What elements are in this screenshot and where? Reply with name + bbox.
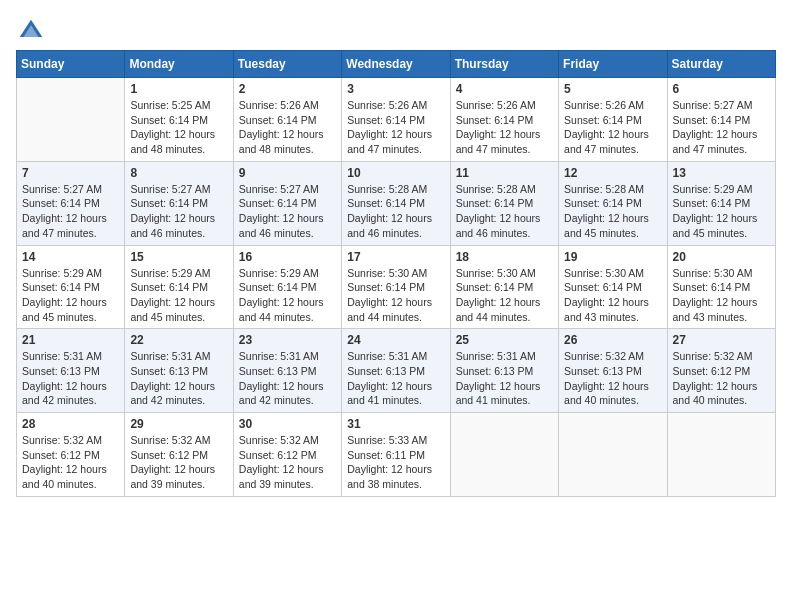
day-detail: Sunrise: 5:30 AM Sunset: 6:14 PM Dayligh… xyxy=(564,266,661,325)
day-cell: 6Sunrise: 5:27 AM Sunset: 6:14 PM Daylig… xyxy=(667,78,775,162)
day-cell xyxy=(17,78,125,162)
day-cell: 15Sunrise: 5:29 AM Sunset: 6:14 PM Dayli… xyxy=(125,245,233,329)
day-number: 1 xyxy=(130,82,227,96)
day-cell: 2Sunrise: 5:26 AM Sunset: 6:14 PM Daylig… xyxy=(233,78,341,162)
day-number: 2 xyxy=(239,82,336,96)
day-detail: Sunrise: 5:33 AM Sunset: 6:11 PM Dayligh… xyxy=(347,433,444,492)
day-cell xyxy=(667,413,775,497)
day-cell: 26Sunrise: 5:32 AM Sunset: 6:13 PM Dayli… xyxy=(559,329,667,413)
day-detail: Sunrise: 5:31 AM Sunset: 6:13 PM Dayligh… xyxy=(347,349,444,408)
day-cell: 11Sunrise: 5:28 AM Sunset: 6:14 PM Dayli… xyxy=(450,161,558,245)
day-cell: 16Sunrise: 5:29 AM Sunset: 6:14 PM Dayli… xyxy=(233,245,341,329)
day-detail: Sunrise: 5:25 AM Sunset: 6:14 PM Dayligh… xyxy=(130,98,227,157)
header-cell-saturday: Saturday xyxy=(667,51,775,78)
day-number: 20 xyxy=(673,250,770,264)
week-row-1: 7Sunrise: 5:27 AM Sunset: 6:14 PM Daylig… xyxy=(17,161,776,245)
day-number: 27 xyxy=(673,333,770,347)
day-number: 19 xyxy=(564,250,661,264)
day-cell: 21Sunrise: 5:31 AM Sunset: 6:13 PM Dayli… xyxy=(17,329,125,413)
day-cell: 3Sunrise: 5:26 AM Sunset: 6:14 PM Daylig… xyxy=(342,78,450,162)
day-detail: Sunrise: 5:26 AM Sunset: 6:14 PM Dayligh… xyxy=(347,98,444,157)
day-number: 15 xyxy=(130,250,227,264)
day-detail: Sunrise: 5:31 AM Sunset: 6:13 PM Dayligh… xyxy=(130,349,227,408)
day-cell xyxy=(559,413,667,497)
day-cell: 10Sunrise: 5:28 AM Sunset: 6:14 PM Dayli… xyxy=(342,161,450,245)
day-detail: Sunrise: 5:27 AM Sunset: 6:14 PM Dayligh… xyxy=(22,182,119,241)
week-row-2: 14Sunrise: 5:29 AM Sunset: 6:14 PM Dayli… xyxy=(17,245,776,329)
day-number: 8 xyxy=(130,166,227,180)
calendar-table: SundayMondayTuesdayWednesdayThursdayFrid… xyxy=(16,50,776,497)
day-number: 9 xyxy=(239,166,336,180)
calendar-header: SundayMondayTuesdayWednesdayThursdayFrid… xyxy=(17,51,776,78)
day-number: 11 xyxy=(456,166,553,180)
day-number: 21 xyxy=(22,333,119,347)
day-number: 26 xyxy=(564,333,661,347)
day-number: 6 xyxy=(673,82,770,96)
calendar-body: 1Sunrise: 5:25 AM Sunset: 6:14 PM Daylig… xyxy=(17,78,776,497)
day-number: 7 xyxy=(22,166,119,180)
week-row-0: 1Sunrise: 5:25 AM Sunset: 6:14 PM Daylig… xyxy=(17,78,776,162)
day-detail: Sunrise: 5:27 AM Sunset: 6:14 PM Dayligh… xyxy=(239,182,336,241)
day-number: 31 xyxy=(347,417,444,431)
day-detail: Sunrise: 5:32 AM Sunset: 6:13 PM Dayligh… xyxy=(564,349,661,408)
day-detail: Sunrise: 5:27 AM Sunset: 6:14 PM Dayligh… xyxy=(673,98,770,157)
day-number: 14 xyxy=(22,250,119,264)
logo-icon xyxy=(16,16,46,46)
day-number: 18 xyxy=(456,250,553,264)
day-cell: 14Sunrise: 5:29 AM Sunset: 6:14 PM Dayli… xyxy=(17,245,125,329)
day-cell: 4Sunrise: 5:26 AM Sunset: 6:14 PM Daylig… xyxy=(450,78,558,162)
day-detail: Sunrise: 5:30 AM Sunset: 6:14 PM Dayligh… xyxy=(347,266,444,325)
day-cell: 25Sunrise: 5:31 AM Sunset: 6:13 PM Dayli… xyxy=(450,329,558,413)
day-cell: 22Sunrise: 5:31 AM Sunset: 6:13 PM Dayli… xyxy=(125,329,233,413)
day-detail: Sunrise: 5:30 AM Sunset: 6:14 PM Dayligh… xyxy=(456,266,553,325)
day-detail: Sunrise: 5:26 AM Sunset: 6:14 PM Dayligh… xyxy=(564,98,661,157)
day-cell: 13Sunrise: 5:29 AM Sunset: 6:14 PM Dayli… xyxy=(667,161,775,245)
day-detail: Sunrise: 5:28 AM Sunset: 6:14 PM Dayligh… xyxy=(347,182,444,241)
day-number: 17 xyxy=(347,250,444,264)
header-cell-monday: Monday xyxy=(125,51,233,78)
day-detail: Sunrise: 5:29 AM Sunset: 6:14 PM Dayligh… xyxy=(673,182,770,241)
day-cell xyxy=(450,413,558,497)
day-number: 23 xyxy=(239,333,336,347)
day-detail: Sunrise: 5:28 AM Sunset: 6:14 PM Dayligh… xyxy=(564,182,661,241)
day-number: 16 xyxy=(239,250,336,264)
day-cell: 8Sunrise: 5:27 AM Sunset: 6:14 PM Daylig… xyxy=(125,161,233,245)
day-number: 13 xyxy=(673,166,770,180)
day-detail: Sunrise: 5:29 AM Sunset: 6:14 PM Dayligh… xyxy=(239,266,336,325)
day-number: 5 xyxy=(564,82,661,96)
header-cell-thursday: Thursday xyxy=(450,51,558,78)
header-cell-wednesday: Wednesday xyxy=(342,51,450,78)
day-cell: 9Sunrise: 5:27 AM Sunset: 6:14 PM Daylig… xyxy=(233,161,341,245)
day-cell: 20Sunrise: 5:30 AM Sunset: 6:14 PM Dayli… xyxy=(667,245,775,329)
header-cell-friday: Friday xyxy=(559,51,667,78)
day-cell: 18Sunrise: 5:30 AM Sunset: 6:14 PM Dayli… xyxy=(450,245,558,329)
day-detail: Sunrise: 5:31 AM Sunset: 6:13 PM Dayligh… xyxy=(22,349,119,408)
header xyxy=(16,16,776,46)
header-cell-tuesday: Tuesday xyxy=(233,51,341,78)
day-detail: Sunrise: 5:28 AM Sunset: 6:14 PM Dayligh… xyxy=(456,182,553,241)
day-cell: 17Sunrise: 5:30 AM Sunset: 6:14 PM Dayli… xyxy=(342,245,450,329)
day-detail: Sunrise: 5:32 AM Sunset: 6:12 PM Dayligh… xyxy=(130,433,227,492)
day-detail: Sunrise: 5:32 AM Sunset: 6:12 PM Dayligh… xyxy=(22,433,119,492)
day-cell: 23Sunrise: 5:31 AM Sunset: 6:13 PM Dayli… xyxy=(233,329,341,413)
day-detail: Sunrise: 5:32 AM Sunset: 6:12 PM Dayligh… xyxy=(673,349,770,408)
day-number: 10 xyxy=(347,166,444,180)
week-row-4: 28Sunrise: 5:32 AM Sunset: 6:12 PM Dayli… xyxy=(17,413,776,497)
day-number: 12 xyxy=(564,166,661,180)
day-detail: Sunrise: 5:26 AM Sunset: 6:14 PM Dayligh… xyxy=(239,98,336,157)
day-cell: 24Sunrise: 5:31 AM Sunset: 6:13 PM Dayli… xyxy=(342,329,450,413)
day-number: 22 xyxy=(130,333,227,347)
day-number: 25 xyxy=(456,333,553,347)
day-cell: 30Sunrise: 5:32 AM Sunset: 6:12 PM Dayli… xyxy=(233,413,341,497)
day-cell: 27Sunrise: 5:32 AM Sunset: 6:12 PM Dayli… xyxy=(667,329,775,413)
day-cell: 19Sunrise: 5:30 AM Sunset: 6:14 PM Dayli… xyxy=(559,245,667,329)
day-number: 4 xyxy=(456,82,553,96)
day-detail: Sunrise: 5:27 AM Sunset: 6:14 PM Dayligh… xyxy=(130,182,227,241)
logo xyxy=(16,16,50,46)
day-cell: 7Sunrise: 5:27 AM Sunset: 6:14 PM Daylig… xyxy=(17,161,125,245)
day-number: 3 xyxy=(347,82,444,96)
day-number: 29 xyxy=(130,417,227,431)
day-cell: 29Sunrise: 5:32 AM Sunset: 6:12 PM Dayli… xyxy=(125,413,233,497)
day-detail: Sunrise: 5:30 AM Sunset: 6:14 PM Dayligh… xyxy=(673,266,770,325)
day-number: 24 xyxy=(347,333,444,347)
